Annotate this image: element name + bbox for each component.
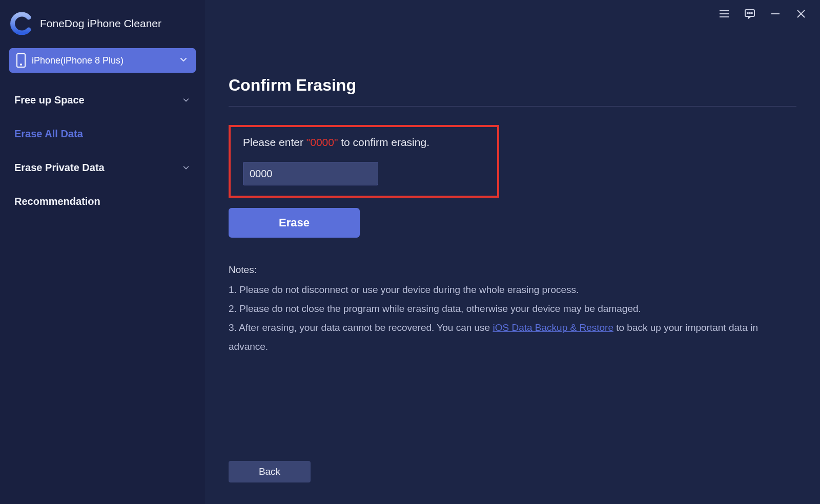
sidebar-item-erase-private-data[interactable]: Erase Private Data <box>9 151 196 184</box>
sidebar-item-label: Erase Private Data <box>14 162 105 174</box>
page-title: Confirm Erasing <box>229 0 796 106</box>
confirm-highlight-box: Please enter "0000" to confirm erasing. <box>229 125 499 198</box>
divider <box>229 106 796 107</box>
brand-logo-icon <box>10 12 33 35</box>
main-content: Confirm Erasing Please enter "0000" to c… <box>205 0 820 504</box>
svg-point-4 <box>747 13 748 14</box>
sidebar-item-label: Recommendation <box>14 196 100 207</box>
chevron-down-icon <box>182 164 190 171</box>
note-3: 3. After erasing, your data cannot be re… <box>229 318 762 356</box>
note-3-pre: 3. After erasing, your data cannot be re… <box>229 322 493 333</box>
erase-button-label: Erase <box>279 216 310 229</box>
prompt-post: to confirm erasing. <box>338 136 429 148</box>
svg-point-5 <box>749 13 750 14</box>
sidebar-item-recommendation[interactable]: Recommendation <box>9 184 196 218</box>
sidebar-item-erase-all-data[interactable]: Erase All Data <box>9 117 196 151</box>
titlebar <box>717 7 808 20</box>
prompt-pre: Please enter <box>243 136 306 148</box>
prompt-code: "0000" <box>306 136 338 148</box>
notes-title: Notes: <box>229 260 762 279</box>
feedback-icon[interactable] <box>743 7 756 20</box>
sidebar-item-label: Free up Space <box>14 94 85 106</box>
note-1: 1. Please do not disconnect or use your … <box>229 280 762 299</box>
confirm-prompt: Please enter "0000" to confirm erasing. <box>243 136 485 149</box>
back-button-label: Back <box>259 466 280 477</box>
note-2: 2. Please do not close the program while… <box>229 299 762 318</box>
erase-button[interactable]: Erase <box>229 208 360 238</box>
back-button[interactable]: Back <box>229 461 311 482</box>
device-selector[interactable]: iPhone(iPhone 8 Plus) <box>9 48 196 73</box>
brand-title: FoneDog iPhone Cleaner <box>40 17 161 30</box>
phone-icon <box>16 53 26 68</box>
svg-point-6 <box>751 13 752 14</box>
minimize-icon[interactable] <box>769 7 782 20</box>
device-label: iPhone(iPhone 8 Plus) <box>32 55 124 66</box>
sidebar-item-label: Erase All Data <box>14 128 83 140</box>
chevron-down-icon <box>179 55 188 66</box>
backup-restore-link[interactable]: iOS Data Backup & Restore <box>493 322 613 333</box>
menu-icon[interactable] <box>717 7 731 20</box>
notes-section: Notes: 1. Please do not disconnect or us… <box>229 260 762 356</box>
confirm-code-input[interactable] <box>243 162 378 185</box>
close-icon[interactable] <box>794 7 808 20</box>
brand: FoneDog iPhone Cleaner <box>9 9 196 48</box>
sidebar: FoneDog iPhone Cleaner iPhone(iPhone 8 P… <box>0 0 205 504</box>
chevron-down-icon <box>182 96 190 103</box>
sidebar-item-free-up-space[interactable]: Free up Space <box>9 83 196 117</box>
